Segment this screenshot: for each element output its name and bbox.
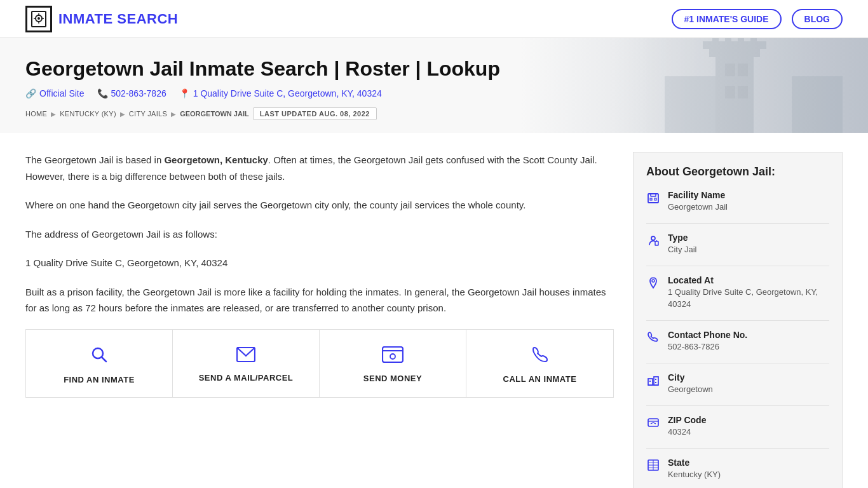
hero-phone: 502-863-7826 bbox=[111, 88, 166, 98]
call-inmate-label: CALL AN INMATE bbox=[503, 374, 577, 384]
sidebar: About Georgetown Jail: Facility Name Geo… bbox=[633, 152, 843, 488]
divider-1 bbox=[646, 223, 829, 224]
svg-point-25 bbox=[390, 354, 395, 359]
address-block: 1 Quality Drive Suite C, Georgetown, KY,… bbox=[25, 255, 614, 271]
svg-rect-8 bbox=[709, 48, 760, 57]
divider-2 bbox=[646, 266, 829, 266]
state-value: Kentucky (KY) bbox=[668, 469, 829, 480]
facility-name-value: Georgetown Jail bbox=[668, 201, 829, 213]
type-icon bbox=[646, 234, 660, 250]
call-inmate-icon bbox=[531, 346, 549, 368]
send-mail-icon bbox=[236, 347, 255, 367]
send-money-label: SEND MONEY bbox=[363, 374, 422, 383]
facility-description-paragraph: Built as a prison facility, the Georgeto… bbox=[25, 284, 614, 316]
services-paragraph: Where on one hand the Georgetown city ja… bbox=[25, 197, 614, 214]
city-icon bbox=[646, 374, 660, 390]
svg-rect-27 bbox=[651, 194, 656, 196]
address-intro-paragraph: The address of Georgetown Jail is as fol… bbox=[25, 226, 614, 243]
phone-row-icon bbox=[646, 331, 660, 347]
city-content: City Georgetown bbox=[668, 372, 829, 395]
about-title: About Georgetown Jail: bbox=[646, 165, 829, 179]
state-row: State Kentucky (KY) bbox=[646, 458, 829, 480]
phone-meta: 📞 502-863-7826 bbox=[97, 88, 166, 98]
breadcrumb-sep-2: ▶ bbox=[120, 111, 125, 118]
location-icon bbox=[646, 276, 660, 292]
facility-icon bbox=[646, 191, 660, 207]
svg-rect-11 bbox=[725, 38, 731, 43]
phone-label: Contact Phone No. bbox=[668, 330, 829, 340]
find-inmate-card[interactable]: FIND AN INMATE bbox=[26, 330, 173, 397]
svg-rect-29 bbox=[654, 198, 656, 200]
facility-name-content: Facility Name Georgetown Jail bbox=[668, 190, 829, 213]
article-content: The Georgetown Jail is based in Georgeto… bbox=[25, 152, 614, 398]
type-value: City Jail bbox=[668, 244, 829, 255]
located-at-content: Located At 1 Quality Drive Suite C, Geor… bbox=[668, 275, 829, 309]
call-inmate-card[interactable]: CALL AN INMATE bbox=[466, 330, 613, 397]
zip-row: ZIP Code 40324 bbox=[646, 415, 829, 438]
city-row: City Georgetown bbox=[646, 372, 829, 395]
breadcrumb: HOME ▶ KENTUCKY (KY) ▶ CITY JAILS ▶ GEOR… bbox=[25, 107, 843, 120]
official-site-anchor[interactable]: Official Site bbox=[39, 88, 85, 98]
official-site-link[interactable]: 🔗 Official Site bbox=[25, 88, 85, 98]
zip-label: ZIP Code bbox=[668, 415, 829, 425]
state-content: State Kentucky (KY) bbox=[668, 458, 829, 480]
facility-name-row: Facility Name Georgetown Jail bbox=[646, 190, 829, 213]
city-label: City bbox=[668, 372, 829, 383]
blog-button[interactable]: BLOG bbox=[792, 9, 843, 29]
svg-rect-12 bbox=[738, 38, 744, 43]
divider-6 bbox=[646, 448, 829, 449]
zip-value: 40324 bbox=[668, 426, 829, 438]
svg-point-33 bbox=[652, 280, 654, 282]
guide-button[interactable]: #1 INMATE'S GUIDE bbox=[672, 9, 782, 29]
type-label: Type bbox=[668, 233, 829, 243]
logo-area: INMATE SEARCH bbox=[25, 6, 178, 32]
divider-4 bbox=[646, 363, 829, 363]
divider-5 bbox=[646, 405, 829, 406]
located-at-row: Located At 1 Quality Drive Suite C, Geor… bbox=[646, 275, 829, 309]
svg-rect-18 bbox=[665, 76, 715, 133]
svg-rect-39 bbox=[655, 382, 656, 383]
facility-name-label: Facility Name bbox=[668, 190, 829, 200]
state-icon bbox=[646, 459, 660, 475]
breadcrumb-city-jails[interactable]: CITY JAILS bbox=[129, 110, 167, 118]
type-content: Type City Jail bbox=[668, 233, 829, 255]
svg-point-30 bbox=[651, 236, 655, 240]
last-updated-badge: LAST UPDATED AUG. 08, 2022 bbox=[253, 107, 377, 120]
svg-rect-31 bbox=[655, 241, 658, 245]
breadcrumb-state[interactable]: KENTUCKY (KY) bbox=[60, 110, 116, 118]
site-header: INMATE SEARCH #1 INMATE'S GUIDE BLOG bbox=[0, 0, 868, 38]
find-inmate-icon bbox=[90, 345, 109, 369]
intro-paragraph: The Georgetown Jail is based in Georgeto… bbox=[25, 152, 614, 184]
phone-row: Contact Phone No. 502-863-7826 bbox=[646, 330, 829, 353]
main-content: The Georgetown Jail is based in Georgeto… bbox=[0, 133, 868, 488]
located-at-value: 1 Quality Drive Suite C, Georgetown, KY,… bbox=[668, 287, 829, 309]
svg-rect-35 bbox=[654, 377, 658, 385]
send-mail-label: SEND A MAIL/PARCEL bbox=[199, 373, 294, 383]
hero-section: Georgetown Jail Inmate Search | Roster |… bbox=[0, 38, 868, 133]
svg-rect-10 bbox=[712, 38, 719, 43]
header-nav: #1 INMATE'S GUIDE BLOG bbox=[672, 9, 843, 29]
phone-icon: 📞 bbox=[97, 88, 108, 98]
svg-rect-19 bbox=[792, 76, 843, 133]
action-cards: FIND AN INMATE SEND A MAIL/PARCEL bbox=[25, 329, 614, 398]
send-mail-card[interactable]: SEND A MAIL/PARCEL bbox=[173, 330, 320, 397]
phone-value: 502-863-7826 bbox=[668, 341, 829, 353]
send-money-card[interactable]: SEND MONEY bbox=[320, 330, 466, 397]
breadcrumb-sep-3: ▶ bbox=[171, 111, 176, 118]
link-icon: 🔗 bbox=[25, 88, 36, 98]
divider-3 bbox=[646, 320, 829, 321]
type-row: Type City Jail bbox=[646, 233, 829, 255]
meta-info: 🔗 Official Site 📞 502-863-7826 📍 1 Quali… bbox=[25, 88, 843, 98]
svg-rect-13 bbox=[750, 38, 757, 43]
about-box: About Georgetown Jail: Facility Name Geo… bbox=[633, 152, 843, 488]
bold-location: Georgetown, Kentucky bbox=[164, 154, 268, 165]
located-at-label: Located At bbox=[668, 275, 829, 285]
hero-address: 1 Quality Drive Suite C, Georgetown, KY,… bbox=[193, 88, 382, 98]
send-money-icon bbox=[382, 346, 403, 367]
logo-icon bbox=[25, 6, 52, 32]
breadcrumb-current: GEORGETOWN JAIL bbox=[180, 110, 249, 118]
find-inmate-label: FIND AN INMATE bbox=[64, 375, 135, 384]
state-label: State bbox=[668, 458, 829, 468]
breadcrumb-home[interactable]: HOME bbox=[25, 110, 47, 118]
zip-content: ZIP Code 40324 bbox=[668, 415, 829, 438]
